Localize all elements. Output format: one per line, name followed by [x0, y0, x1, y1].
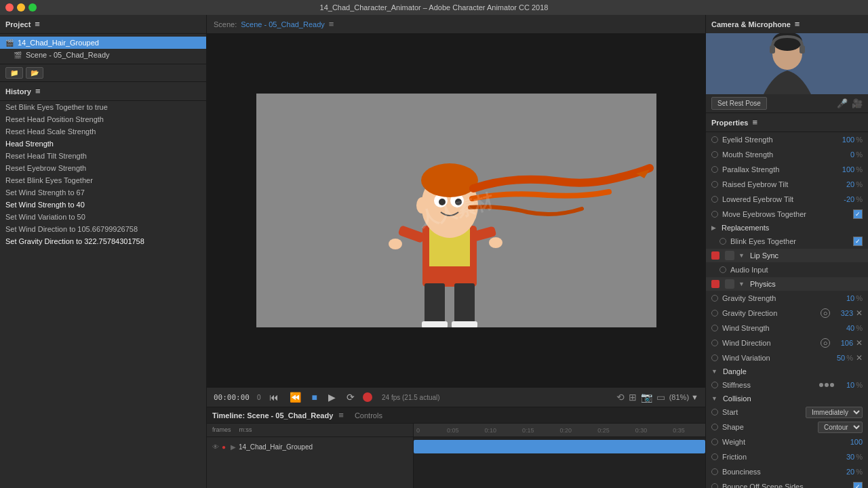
set-rest-pose-button[interactable]: Set Rest Pose: [711, 97, 767, 110]
close-button[interactable]: [5, 3, 14, 12]
list-item-set-gravity[interactable]: Set Gravity Direction to 322.75784301758: [0, 235, 206, 247]
list-item[interactable]: Set Wind Direction to 105.66799926758: [0, 223, 206, 235]
prop-value[interactable]: 30: [834, 453, 854, 461]
prop-radio[interactable]: [711, 166, 718, 173]
list-item[interactable]: Set Wind Strength to 67: [0, 186, 206, 199]
timeline-tracks[interactable]: [414, 437, 705, 456]
svg-point-11: [455, 199, 462, 205]
lip-sync-visibility-icon[interactable]: [725, 251, 734, 260]
track-visibility-button[interactable]: 👁: [212, 443, 219, 451]
track-label-hair[interactable]: 👁 ● ▶ 14_Chad_Hair_Grouped: [207, 437, 413, 456]
wind-direction-dial[interactable]: ○: [821, 338, 830, 348]
prop-radio[interactable]: [711, 181, 718, 188]
collision-section-header[interactable]: ▼ Collision: [706, 392, 868, 405]
remove-wind-direction-button[interactable]: ✕: [856, 338, 863, 348]
camera-icon[interactable]: 🎥: [852, 98, 863, 108]
prop-radio[interactable]: [711, 151, 718, 158]
prop-checkbox[interactable]: ✓: [853, 209, 863, 219]
physics-section-header[interactable]: ▼ Physics: [706, 277, 868, 291]
prop-value[interactable]: 10: [834, 294, 854, 302]
camera-view-button[interactable]: 📷: [641, 392, 652, 403]
prop-value[interactable]: 20: [834, 468, 854, 476]
prop-radio[interactable]: [711, 325, 718, 331]
loop-button[interactable]: ⟳: [344, 390, 357, 404]
microphone-icon[interactable]: 🎤: [837, 98, 848, 108]
prop-radio[interactable]: [711, 354, 718, 361]
prop-value[interactable]: 100: [842, 438, 863, 446]
prop-radio[interactable]: [711, 295, 718, 302]
prop-radio[interactable]: [711, 439, 718, 445]
prop-radio[interactable]: [711, 340, 718, 346]
reset-view-button[interactable]: ⟲: [616, 392, 625, 403]
prop-radio[interactable]: [711, 211, 718, 218]
record-button[interactable]: [363, 392, 372, 402]
step-back-button[interactable]: ⏪: [287, 390, 304, 404]
prop-checkbox[interactable]: ✓: [853, 482, 863, 488]
chevron-down-icon: ▼: [711, 395, 717, 402]
list-item[interactable]: Head Strength: [0, 138, 206, 150]
stop-button[interactable]: ■: [309, 390, 320, 404]
prop-radio[interactable]: [711, 310, 718, 317]
prop-value[interactable]: 323: [833, 309, 853, 317]
prop-radio[interactable]: [711, 382, 718, 388]
new-folder-button[interactable]: 📁: [5, 67, 23, 79]
project-item-hair[interactable]: 🎬 14_Chad_Hair_Grouped: [0, 37, 206, 49]
remove-wind-variation-button[interactable]: ✕: [856, 353, 863, 363]
track-bar[interactable]: [414, 440, 705, 453]
prop-value[interactable]: -20: [834, 195, 854, 203]
prop-value[interactable]: 20: [834, 180, 854, 188]
fit-view-button[interactable]: ⊞: [629, 392, 637, 403]
maximize-button[interactable]: [28, 3, 37, 12]
prop-value[interactable]: 0: [834, 150, 854, 159]
list-item[interactable]: Reset Head Tilt Strength: [0, 150, 206, 162]
prop-value[interactable]: 100: [834, 165, 854, 174]
camera-menu-icon[interactable]: ≡: [795, 19, 800, 29]
prop-value[interactable]: 10: [834, 381, 854, 389]
prop-radio[interactable]: [711, 453, 718, 460]
list-item[interactable]: Reset Head Position Strength: [0, 113, 206, 125]
lip-sync-section-header[interactable]: ▼ Lip Sync: [706, 249, 868, 262]
prop-radio[interactable]: [719, 238, 726, 245]
prop-value[interactable]: 106: [833, 339, 853, 347]
prop-radio[interactable]: [711, 468, 718, 475]
prop-collision-start: Start Immediately: [706, 405, 868, 420]
scene-menu-icon[interactable]: ≡: [329, 19, 334, 29]
controls-label[interactable]: Controls: [355, 411, 382, 420]
aspect-button[interactable]: ▭: [656, 392, 665, 403]
play-button[interactable]: ▶: [326, 390, 338, 404]
list-item[interactable]: Reset Head Scale Strength: [0, 125, 206, 138]
prop-value[interactable]: 100: [834, 136, 854, 144]
prop-value[interactable]: 50: [825, 354, 845, 362]
dangle-section-header[interactable]: ▼ Dangle: [706, 365, 868, 378]
history-menu-icon[interactable]: ≡: [35, 86, 41, 96]
project-item-scene[interactable]: 🎬 Scene - 05_Chad_Ready: [0, 49, 206, 61]
list-item[interactable]: Reset Eyebrow Strength: [0, 162, 206, 174]
list-item[interactable]: Reset Blink Eyes Together: [0, 174, 206, 186]
project-menu-icon[interactable]: ≡: [35, 19, 40, 29]
prop-radio[interactable]: [711, 483, 718, 488]
minimize-button[interactable]: [17, 3, 25, 12]
gravity-direction-dial[interactable]: ○: [821, 308, 830, 318]
list-item[interactable]: Set Wind Variation to 50: [0, 211, 206, 223]
collision-start-select[interactable]: Immediately: [806, 407, 863, 418]
collision-shape-select[interactable]: Contour: [818, 422, 863, 433]
prop-radio[interactable]: [711, 409, 718, 415]
track-expand-button[interactable]: ▶: [231, 443, 236, 451]
prop-radio[interactable]: [719, 266, 726, 273]
timeline-menu-icon[interactable]: ≡: [338, 410, 344, 420]
prop-radio[interactable]: [711, 136, 718, 143]
list-item-set-wind-40[interactable]: Set Wind Strength to 40: [0, 199, 206, 211]
replacements-section-header[interactable]: ▶ Replacements: [706, 222, 868, 234]
skip-start-button[interactable]: ⏮: [267, 390, 281, 404]
list-item[interactable]: Set Blink Eyes Together to true: [0, 101, 206, 113]
prop-unit: %: [856, 165, 863, 174]
prop-radio[interactable]: [711, 196, 718, 203]
properties-menu-icon[interactable]: ≡: [752, 117, 757, 127]
prop-checkbox[interactable]: ✓: [853, 237, 863, 246]
scene-name[interactable]: Scene - 05_Chad_Ready: [241, 20, 325, 28]
import-button[interactable]: 📂: [26, 67, 43, 79]
remove-gravity-direction-button[interactable]: ✕: [856, 308, 863, 318]
prop-value[interactable]: 40: [834, 324, 854, 332]
physics-visibility-icon[interactable]: [725, 279, 734, 289]
prop-radio[interactable]: [711, 424, 718, 430]
